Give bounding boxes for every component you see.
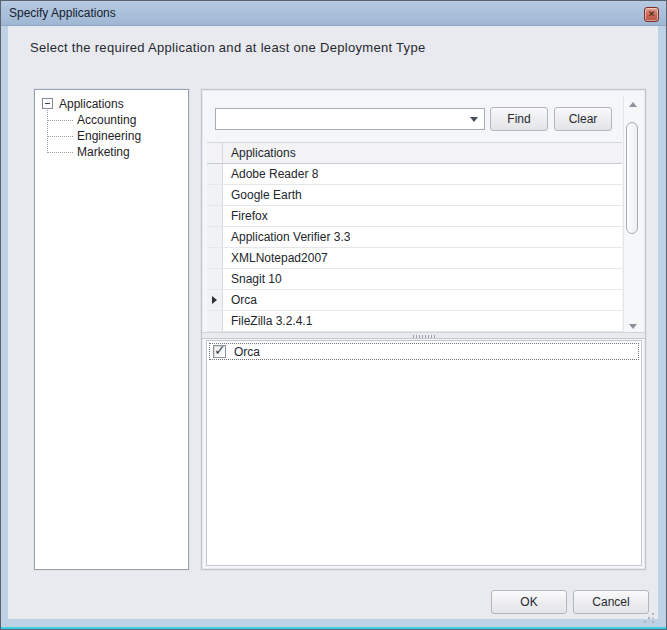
grid-row-snagit-10[interactable]: Snagit 10 <box>207 269 622 290</box>
cancel-button[interactable]: Cancel <box>573 590 649 614</box>
deployment-item-orca[interactable]: ✓ Orca <box>209 343 639 360</box>
minus-glyph <box>45 103 50 104</box>
applications-grid: Applications Adobe Reader 8 Google Earth… <box>207 142 622 332</box>
tree-connector-stub <box>47 120 73 121</box>
window-frame-bottom <box>1 619 666 627</box>
instruction-text: Select the required Application and at l… <box>30 40 425 55</box>
row-indicator-cell <box>207 269 223 289</box>
tree-child-label: Engineering <box>77 129 141 143</box>
grid-row-filezilla[interactable]: FileZilla 3.2.4.1 <box>207 311 622 332</box>
row-indicator-cell <box>207 164 223 184</box>
deployment-type-list: ✓ Orca <box>206 340 642 566</box>
resize-grip[interactable] <box>652 613 654 615</box>
dialog-specify-applications: Specify Applications ✕ Select the requir… <box>0 0 667 630</box>
scroll-down-icon <box>629 324 637 329</box>
row-indicator-cell <box>207 143 223 163</box>
tree-child-label: Accounting <box>77 113 136 127</box>
applications-tree-panel: Applications Accounting Engineering Mark… <box>34 89 189 570</box>
grid-cell: Orca <box>231 293 257 307</box>
grid-cell: Google Earth <box>231 188 302 202</box>
grid-cell: Adobe Reader 8 <box>231 167 318 181</box>
window-frame-edge <box>1 627 666 629</box>
tree-node-accounting[interactable]: Accounting <box>35 112 188 128</box>
grid-row-application-verifier[interactable]: Application Verifier 3.3 <box>207 227 622 248</box>
tree-connector-stub <box>47 136 73 137</box>
grid-header-label: Applications <box>231 146 296 160</box>
tree-root-label: Applications <box>59 97 124 111</box>
search-combo-input[interactable] <box>218 110 464 128</box>
combo-dropdown-button[interactable] <box>464 109 484 129</box>
scrollbar-thumb[interactable] <box>626 122 638 234</box>
row-indicator-cell <box>207 206 223 226</box>
close-icon: ✕ <box>648 9 656 19</box>
deployment-checkbox[interactable]: ✓ <box>213 345 226 358</box>
tree-node-engineering[interactable]: Engineering <box>35 128 188 144</box>
tree-collapse-icon[interactable] <box>42 98 53 109</box>
row-indicator-cell <box>207 311 223 331</box>
grid-header-row[interactable]: Applications <box>207 143 622 164</box>
row-indicator-cell <box>207 185 223 205</box>
tree-connector-stub <box>47 152 73 153</box>
row-indicator-cell <box>207 248 223 268</box>
title-bar[interactable]: Specify Applications ✕ <box>1 1 666 26</box>
deployment-item-label: Orca <box>234 345 260 359</box>
row-indicator-cell <box>207 290 223 310</box>
splitter-grip-icon <box>413 335 435 338</box>
scroll-up-button[interactable] <box>624 96 641 112</box>
clear-button[interactable]: Clear <box>554 107 612 131</box>
current-row-arrow-icon <box>212 296 217 304</box>
grid-cell: Snagit 10 <box>231 272 282 286</box>
tree-child-label: Marketing <box>77 145 130 159</box>
grid-vertical-scrollbar[interactable] <box>623 96 640 334</box>
checkmark-icon: ✓ <box>214 342 226 358</box>
find-button[interactable]: Find <box>490 107 548 131</box>
window-frame-left <box>1 26 8 629</box>
grid-row-adobe-reader-8[interactable]: Adobe Reader 8 <box>207 164 622 185</box>
scroll-up-icon <box>629 102 637 107</box>
dialog-title: Specify Applications <box>9 6 116 20</box>
tree-node-marketing[interactable]: Marketing <box>35 144 188 160</box>
grid-row-firefox[interactable]: Firefox <box>207 206 622 227</box>
row-indicator-cell <box>207 227 223 247</box>
window-frame-right <box>658 26 666 629</box>
grid-row-orca[interactable]: Orca <box>207 290 622 311</box>
grid-cell: Application Verifier 3.3 <box>231 230 350 244</box>
close-button[interactable]: ✕ <box>644 7 659 22</box>
grid-cell: XMLNotepad2007 <box>231 251 328 265</box>
grid-row-google-earth[interactable]: Google Earth <box>207 185 622 206</box>
grid-cell: Firefox <box>231 209 268 223</box>
ok-button[interactable]: OK <box>491 590 567 614</box>
application-picker-panel: Find Clear Applications Adobe Reader 8 G… <box>201 89 646 570</box>
grid-cell: FileZilla 3.2.4.1 <box>231 314 312 328</box>
grid-row-xmlnotepad2007[interactable]: XMLNotepad2007 <box>207 248 622 269</box>
panel-splitter[interactable] <box>202 332 645 339</box>
application-search-combo[interactable] <box>215 108 485 130</box>
chevron-down-icon <box>470 117 478 122</box>
dialog-client-area: Select the required Application and at l… <box>8 26 658 619</box>
tree-node-applications[interactable]: Applications <box>35 96 188 112</box>
